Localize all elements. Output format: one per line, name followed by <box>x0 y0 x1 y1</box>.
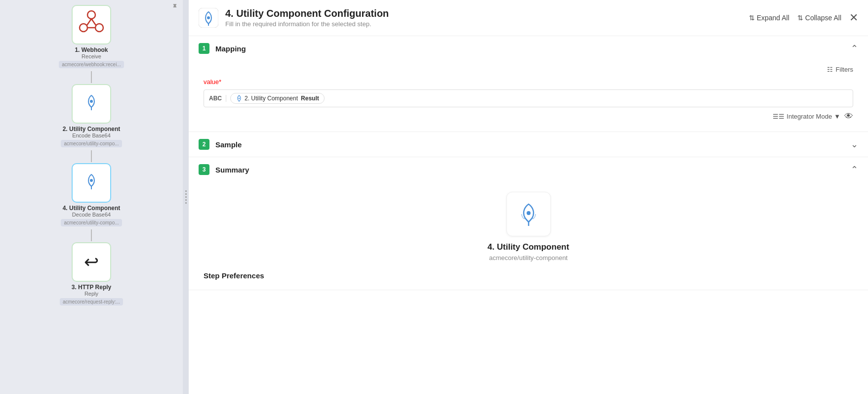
collapse-all-label: Collapse All <box>805 14 841 22</box>
sample-section: 2 Sample ⌄ <box>189 132 868 157</box>
node-box-reply[interactable]: ↩ <box>72 242 111 282</box>
node-label-utility2: 2. Utility Component <box>63 126 121 132</box>
node-path-reply: acmecore/request-reply:... <box>60 298 123 306</box>
config-subtitle: Fill in the required information for the… <box>225 20 389 28</box>
value-field: value* ABC 2. Utility Component Result <box>204 78 853 122</box>
summary-component-title: 4. Utility Component <box>488 242 569 252</box>
svg-point-0 <box>80 24 87 32</box>
expand-icon: ⇅ <box>749 14 755 22</box>
required-marker: * <box>219 78 221 86</box>
filters-icon: ☷ <box>827 66 833 73</box>
node-label-webhook: 1. Webhook <box>75 46 108 53</box>
sample-section-number: 2 <box>199 139 209 150</box>
sample-chevron-icon: ⌄ <box>851 139 858 150</box>
filters-label: Filters <box>836 66 853 73</box>
close-button[interactable]: ✕ <box>849 12 858 23</box>
webhook-icon <box>79 10 104 40</box>
step-preferences-title: Step Preferences <box>204 271 264 280</box>
connector-3 <box>91 229 92 241</box>
sample-section-title: Sample <box>215 140 242 149</box>
svg-point-8 <box>527 211 531 215</box>
summary-section: 3 Summary ⌃ 4. Utility Component acmecor… <box>189 157 868 290</box>
node-sublabel-webhook: Receive <box>82 53 101 59</box>
flow-node-utility2[interactable]: 2. Utility Component Encode Base64 acmec… <box>61 84 122 147</box>
summary-component-path: acmecore/utility-component <box>489 254 568 262</box>
mapping-chevron-icon: ⌃ <box>851 43 858 54</box>
filters-row: ☷ Filters <box>204 66 853 73</box>
mapping-section-number: 1 <box>199 43 209 54</box>
scroll-down-arrow[interactable]: ▼ <box>172 2 178 392</box>
resize-dots <box>185 190 187 204</box>
integrator-label: Integrator Mode <box>786 113 832 120</box>
mapping-content: ☷ Filters value* ABC 2. Utility Componen… <box>189 61 868 131</box>
expand-all-button[interactable]: ⇅ Expand All <box>749 14 789 22</box>
node-path-utility4: acmecore/utility-compo... <box>61 219 122 226</box>
pill-abc: ABC <box>209 95 226 102</box>
value-label: value* <box>204 78 853 86</box>
summary-section-title: Summary <box>215 166 249 174</box>
mapping-section-header[interactable]: 1 Mapping ⌃ <box>189 36 868 61</box>
integrator-dropdown-icon: ▼ <box>834 113 840 120</box>
summary-section-number: 3 <box>199 164 209 175</box>
utility4-icon <box>81 172 102 194</box>
node-label-reply: 3. HTTP Reply <box>72 284 111 291</box>
node-sublabel-reply: Reply <box>84 291 98 297</box>
mapping-section: 1 Mapping ⌃ ☷ Filters value* ABC <box>189 36 868 132</box>
collapse-all-button[interactable]: ⇅ Collapse All <box>797 14 841 22</box>
svg-point-6 <box>207 16 210 19</box>
flow-node-webhook[interactable]: 1. Webhook Receive acmecore/webhook:rece… <box>59 5 124 68</box>
resize-handle[interactable] <box>183 0 189 394</box>
connector-1 <box>91 71 92 83</box>
header-actions: ⇅ Expand All ⇅ Collapse All ✕ <box>749 12 858 23</box>
pill-tag-icon <box>236 95 243 102</box>
filters-button[interactable]: ☷ Filters <box>827 66 853 73</box>
node-sublabel-utility2: Encode Base64 <box>72 132 111 138</box>
svg-point-7 <box>239 98 240 99</box>
summary-chevron-icon: ⌃ <box>851 164 858 175</box>
sample-section-header[interactable]: 2 Sample ⌄ <box>189 132 868 157</box>
reply-icon: ↩ <box>84 252 99 272</box>
node-label-utility4: 4. Utility Component <box>63 205 121 212</box>
integrator-icon: ☰☰ <box>773 113 785 120</box>
mapping-section-title: Mapping <box>215 44 246 53</box>
integrator-row: ☰☰ Integrator Mode ▼ 👁 <box>204 111 853 122</box>
summary-component-icon <box>515 200 542 228</box>
node-box-utility2[interactable] <box>72 84 111 124</box>
node-path-webhook: acmecore/webhook:recei... <box>59 61 124 68</box>
summary-section-header[interactable]: 3 Summary ⌃ <box>189 157 868 182</box>
node-box-utility4[interactable] <box>72 163 111 203</box>
pill-tag-result: Result <box>301 95 319 102</box>
config-panel: 4. Utility Component Configuration Fill … <box>189 0 868 394</box>
flow-panel: ▲ 1. Webhook Receive acmecore/webhook:re… <box>0 0 183 394</box>
pill-tag-label: 2. Utility Component <box>245 95 298 102</box>
config-title: 4. Utility Component Configuration <box>225 8 389 19</box>
node-sublabel-utility4: Decode Base64 <box>72 212 111 218</box>
summary-icon-box <box>506 192 551 236</box>
eye-button[interactable]: 👁 <box>844 111 853 122</box>
flow-node-reply[interactable]: ↩ 3. HTTP Reply Reply acmecore/request-r… <box>60 242 123 306</box>
pill-tag[interactable]: 2. Utility Component Result <box>230 93 325 104</box>
expand-all-label: Expand All <box>757 14 789 22</box>
svg-point-2 <box>87 11 95 19</box>
config-header: 4. Utility Component Configuration Fill … <box>189 0 868 36</box>
node-box-webhook[interactable] <box>72 5 111 44</box>
connector-2 <box>91 150 92 162</box>
summary-content: 4. Utility Component acmecore/utility-co… <box>189 182 868 290</box>
svg-point-4 <box>90 179 93 182</box>
svg-point-3 <box>90 100 93 103</box>
node-path-utility2: acmecore/utility-compo... <box>61 140 122 147</box>
config-header-icon <box>199 8 218 28</box>
pill-row[interactable]: ABC 2. Utility Component Result <box>204 89 853 107</box>
flow-node-utility4[interactable]: 4. Utility Component Decode Base64 acmec… <box>61 163 122 226</box>
integrator-mode-button[interactable]: ☰☰ Integrator Mode ▼ <box>773 113 840 120</box>
collapse-icon: ⇅ <box>797 14 803 22</box>
svg-point-1 <box>95 24 103 32</box>
config-header-text: 4. Utility Component Configuration Fill … <box>225 8 389 28</box>
utility2-icon <box>81 92 102 115</box>
